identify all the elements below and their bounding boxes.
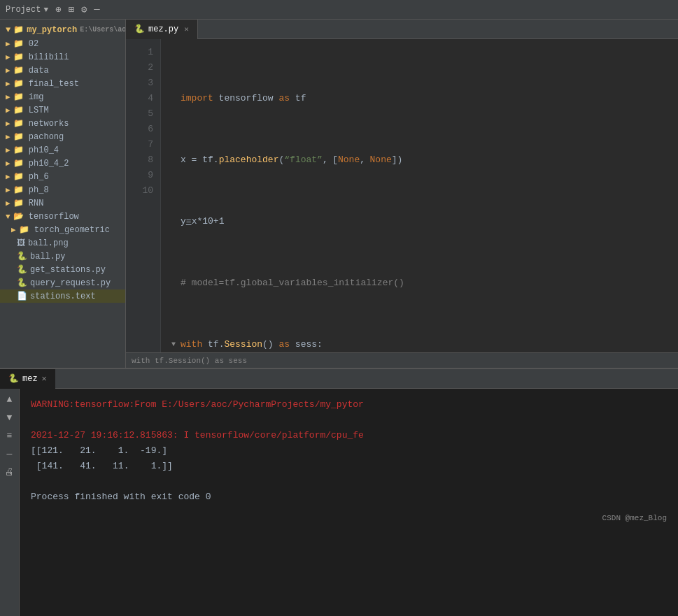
folder-arrow-icon: ▶	[6, 185, 10, 194]
code-line-4: # model=tf.global_variables_initializer(…	[169, 275, 670, 291]
sidebar-item-label: ph_8	[29, 185, 49, 195]
folder-icon: 📁	[13, 131, 24, 142]
terminal-warning-line: WARNING:tensorflow:From E:/Users/aoc/Pyc…	[31, 397, 667, 413]
sidebar-item-label: tensorflow	[29, 212, 79, 222]
terminal-tab-mez[interactable]: 🐍 mez ✕	[0, 369, 55, 389]
code-content[interactable]: import tensorflow as tf x = tf.placehold…	[161, 39, 678, 352]
scroll-down-button[interactable]: ▼	[2, 410, 17, 425]
folder-icon: 📂	[13, 211, 24, 222]
root-label: ▼ 📁 my_pytorch E:\Users\aoc\Py...	[0, 22, 125, 37]
sidebar-item-label: ph10_4	[29, 145, 59, 155]
settings-icon[interactable]: ⚙	[80, 3, 88, 15]
sidebar-item-02[interactable]: ▶ 📁 02	[0, 37, 125, 50]
sidebar-item-label: stations.text	[30, 292, 96, 301]
sidebar-item-label: ph10_4_2	[29, 159, 69, 169]
editor-tab-mez-py[interactable]: 🐍 mez.py ✕	[126, 20, 198, 39]
sidebar-item-tensorflow[interactable]: ▼ 📂 tensorflow	[0, 210, 125, 223]
folder-icon: 📁	[13, 118, 24, 129]
sidebar-item-label: pachong	[29, 132, 64, 142]
sidebar-item-query-request-py[interactable]: 🐍 query_request.py	[0, 276, 125, 289]
sidebar-item-label: LSTM	[29, 106, 49, 115]
folder-icon: 📁	[13, 171, 24, 182]
root-name: my_pytorch	[27, 25, 77, 35]
fold-marker[interactable]	[169, 152, 178, 168]
sidebar-item-lstm[interactable]: ▶ 📁 LSTM	[0, 103, 125, 117]
sidebar-item-ph-8[interactable]: ▶ 📁 ph_8	[0, 183, 125, 196]
add-icon[interactable]: ⊕	[54, 3, 62, 15]
tab-close-icon[interactable]: ✕	[184, 24, 189, 34]
sidebar-item-ball-png[interactable]: 🖼 ball.png	[0, 236, 125, 250]
line-num-5: 5	[129, 106, 153, 122]
terminal-output-line-2: [141. 41. 11. 1.]]	[31, 459, 667, 474]
folder-icon: 📁	[13, 65, 24, 76]
python-file-icon: 🐍	[17, 264, 27, 275]
breadcrumb-bar: with tf.Session() as sess	[126, 352, 678, 368]
root-folder-icon: 📁	[13, 24, 24, 35]
terminal-tab-close-icon[interactable]: ✕	[42, 373, 47, 384]
folder-arrow-icon: ▶	[6, 66, 10, 75]
line-num-9: 9	[129, 168, 153, 183]
sidebar-item-bilibili[interactable]: ▶ 📁 bilibili	[0, 50, 125, 64]
terminal-content-area: ▲ ▼ ≡ — 🖨 WARNING:tensorflow:From E:/Use…	[0, 389, 678, 616]
code-line-2: x = tf.placeholder(“float”, [None, None]…	[169, 152, 670, 168]
sidebar-item-img[interactable]: ▶ 📁 img	[0, 90, 125, 103]
tab-bar: 🐍 mez.py ✕	[126, 20, 678, 39]
editor-panel: 🐍 mez.py ✕ 1 2 3 4 5 6 7 8 9 10	[126, 20, 678, 368]
folder-arrow-icon: ▶	[6, 119, 10, 128]
folder-icon: 📁	[13, 145, 24, 155]
folder-arrow-icon: ▶	[6, 132, 10, 141]
folder-icon: 📁	[13, 158, 24, 169]
line-num-2: 2	[129, 60, 153, 76]
sidebar-item-ball-py[interactable]: 🐍 ball.py	[0, 250, 125, 263]
sidebar-item-ph10-4[interactable]: ▶ 📁 ph10_4	[0, 143, 125, 157]
terminal-output: WARNING:tensorflow:From E:/Users/aoc/Pyc…	[20, 389, 678, 616]
terminal-blank-1	[31, 413, 667, 428]
editor-area: ▼ 📁 my_pytorch E:\Users\aoc\Py... ▶ 📁 02…	[0, 20, 678, 369]
project-label: Project	[6, 5, 41, 15]
folder-icon: 📁	[19, 224, 29, 235]
top-toolbar: Project ▼ ⊕ ⊞ ⚙ —	[0, 0, 678, 20]
terminal-menu-button[interactable]: ≡	[2, 428, 17, 443]
sidebar-item-final-test[interactable]: ▶ 📁 final_test	[0, 77, 125, 90]
code-line-3: y=x*10+1	[169, 214, 670, 229]
sidebar-tree: ▼ 📁 my_pytorch E:\Users\aoc\Py... ▶ 📁 02…	[0, 20, 125, 306]
fold-marker[interactable]	[169, 91, 178, 106]
terminal-info-line: 2021-12-27 19:16:12.815863: I tensorflow…	[31, 428, 667, 443]
sidebar-item-rnn[interactable]: ▶ 📁 RNN	[0, 196, 125, 210]
sidebar-item-ph-6[interactable]: ▶ 📁 ph_6	[0, 170, 125, 183]
sidebar-item-torch-geometric[interactable]: ▶ 📁 torch_geometric	[0, 223, 125, 236]
folder-icon: 📁	[13, 78, 24, 89]
terminal-area: 🐍 mez ✕ ▲ ▼ ≡ — 🖨 WARNING:tensorflow:Fro…	[0, 369, 678, 616]
text-file-icon: 📄	[17, 291, 27, 301]
expand-icon[interactable]: ⊞	[66, 3, 75, 15]
tab-label: mez.py	[148, 24, 178, 34]
fold-marker-foldable[interactable]: ▼	[169, 337, 178, 352]
sidebar-item-get-stations-py[interactable]: 🐍 get_stations.py	[0, 263, 125, 276]
terminal-minimize-button[interactable]: —	[2, 446, 17, 461]
terminal-print-button[interactable]: 🖨	[2, 464, 17, 480]
sidebar-item-data[interactable]: ▶ 📁 data	[0, 64, 125, 77]
python-file-icon: 🐍	[17, 278, 27, 288]
scroll-up-button[interactable]: ▲	[2, 392, 17, 407]
collapse-icon[interactable]: —	[92, 3, 101, 15]
folder-icon: 📁	[13, 52, 24, 62]
terminal-icon: 🐍	[8, 373, 19, 384]
sidebar-item-label: ball.py	[30, 252, 65, 262]
fold-marker[interactable]	[169, 275, 178, 291]
terminal-success-line: Process finished with exit code 0	[31, 489, 667, 505]
image-file-icon: 🖼	[17, 238, 25, 248]
sidebar-item-label: torch_geometric	[34, 225, 110, 235]
sidebar-item-ph10-4-2[interactable]: ▶ 📁 ph10_4_2	[0, 157, 125, 170]
fold-marker[interactable]	[169, 214, 178, 229]
sidebar-item-label: networks	[29, 119, 69, 129]
python-file-icon: 🐍	[17, 251, 27, 262]
sidebar-item-pachong[interactable]: ▶ 📁 pachong	[0, 130, 125, 143]
toolbar-dropdown-icon[interactable]: ▼	[43, 6, 48, 14]
line-num-8: 8	[129, 152, 153, 168]
folder-arrow-icon: ▶	[6, 159, 10, 168]
folder-icon: 📁	[13, 92, 24, 102]
sidebar-item-stations-text[interactable]: 📄 stations.text	[0, 289, 125, 303]
folder-arrow-icon: ▶	[6, 79, 10, 88]
folder-icon: 📁	[13, 198, 24, 208]
sidebar-item-networks[interactable]: ▶ 📁 networks	[0, 117, 125, 130]
